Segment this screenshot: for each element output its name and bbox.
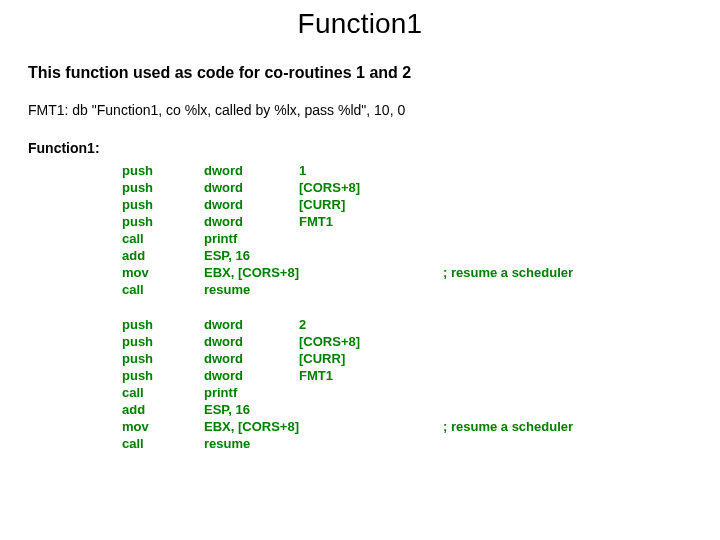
asm-op: push [122, 179, 204, 196]
asm-arg [299, 435, 443, 452]
asm-op: call [122, 281, 204, 298]
asm-row: movEBX, [CORS+8]; resume a scheduler [122, 418, 573, 435]
asm-block-1: pushdword1 pushdword[CORS+8] pushdword[C… [122, 162, 573, 298]
page-title: Function1 [28, 8, 692, 40]
asm-comment [443, 230, 573, 247]
asm-row: pushdword[CORS+8] [122, 179, 573, 196]
asm-arg: EBX, [CORS+8] [204, 264, 299, 281]
asm-arg: FMT1 [299, 213, 443, 230]
description-line: This function used as code for co-routin… [28, 64, 692, 82]
asm-arg: 1 [299, 162, 443, 179]
asm-comment [443, 162, 573, 179]
asm-comment [443, 350, 573, 367]
asm-arg: dword [204, 196, 299, 213]
asm-op: push [122, 333, 204, 350]
asm-arg: [CURR] [299, 350, 443, 367]
asm-row: callprintf [122, 230, 573, 247]
asm-comment [443, 384, 573, 401]
asm-op: push [122, 350, 204, 367]
asm-row: callprintf [122, 384, 573, 401]
asm-arg: ESP, 16 [204, 247, 299, 264]
asm-arg [299, 384, 443, 401]
asm-comment [443, 247, 573, 264]
asm-row: callresume [122, 435, 573, 452]
asm-op: mov [122, 418, 204, 435]
asm-arg [299, 418, 443, 435]
asm-comment [443, 213, 573, 230]
asm-comment: ; resume a scheduler [443, 418, 573, 435]
asm-arg: dword [204, 162, 299, 179]
asm-arg: resume [204, 435, 299, 452]
asm-op: add [122, 401, 204, 418]
asm-arg [299, 264, 443, 281]
asm-comment [443, 401, 573, 418]
asm-arg: ESP, 16 [204, 401, 299, 418]
asm-op: mov [122, 264, 204, 281]
asm-arg: 2 [299, 316, 443, 333]
asm-op: push [122, 196, 204, 213]
asm-row: pushdword[CORS+8] [122, 333, 573, 350]
asm-row: movEBX, [CORS+8]; resume a scheduler [122, 264, 573, 281]
asm-row: pushdword[CURR] [122, 196, 573, 213]
asm-row: pushdwordFMT1 [122, 213, 573, 230]
asm-op: add [122, 247, 204, 264]
asm-arg: printf [204, 230, 299, 247]
asm-arg: printf [204, 384, 299, 401]
function-label: Function1: [28, 140, 692, 156]
asm-op: push [122, 316, 204, 333]
asm-op: push [122, 367, 204, 384]
asm-arg: dword [204, 367, 299, 384]
asm-row: callresume [122, 281, 573, 298]
asm-op: call [122, 435, 204, 452]
asm-arg: dword [204, 179, 299, 196]
asm-row: pushdwordFMT1 [122, 367, 573, 384]
asm-comment [443, 281, 573, 298]
asm-arg: dword [204, 316, 299, 333]
asm-arg: dword [204, 333, 299, 350]
slide: Function1 This function used as code for… [0, 0, 720, 540]
asm-arg [299, 281, 443, 298]
asm-arg [299, 230, 443, 247]
asm-arg: dword [204, 350, 299, 367]
asm-comment [443, 435, 573, 452]
asm-arg: [CORS+8] [299, 179, 443, 196]
asm-row: pushdword[CURR] [122, 350, 573, 367]
asm-arg: dword [204, 213, 299, 230]
asm-arg [299, 247, 443, 264]
asm-arg [299, 401, 443, 418]
asm-arg: [CORS+8] [299, 333, 443, 350]
asm-row: addESP, 16 [122, 247, 573, 264]
asm-comment [443, 367, 573, 384]
asm-block-2: pushdword2 pushdword[CORS+8] pushdword[C… [122, 316, 573, 452]
asm-row: pushdword1 [122, 162, 573, 179]
asm-arg: resume [204, 281, 299, 298]
asm-row: addESP, 16 [122, 401, 573, 418]
asm-op: push [122, 213, 204, 230]
asm-comment [443, 196, 573, 213]
asm-comment [443, 316, 573, 333]
asm-arg: FMT1 [299, 367, 443, 384]
asm-comment [443, 333, 573, 350]
asm-arg: [CURR] [299, 196, 443, 213]
asm-op: call [122, 230, 204, 247]
asm-op: call [122, 384, 204, 401]
code-block: Function1: pushdword1 pushdword[CORS+8] … [28, 140, 692, 452]
asm-comment [443, 179, 573, 196]
asm-comment: ; resume a scheduler [443, 264, 573, 281]
asm-arg: EBX, [CORS+8] [204, 418, 299, 435]
asm-row: pushdword2 [122, 316, 573, 333]
asm-op: push [122, 162, 204, 179]
format-line: FMT1: db "Function1, co %lx, called by %… [28, 102, 692, 118]
